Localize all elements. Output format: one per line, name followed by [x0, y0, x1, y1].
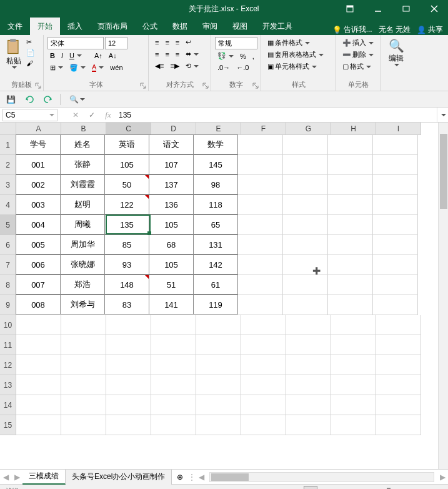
tell-me[interactable]: 💡告诉我... — [332, 24, 372, 35]
cell[interactable] — [376, 355, 421, 375]
tab-insert[interactable]: 插入 — [60, 18, 90, 35]
borders-button[interactable]: ⊞ — [47, 63, 66, 73]
cell[interactable]: 105 — [104, 154, 149, 174]
row-header[interactable]: 8 — [0, 275, 16, 295]
row-header[interactable]: 5 — [0, 215, 16, 235]
cell[interactable] — [196, 395, 241, 415]
cell[interactable]: 郑浩 — [60, 275, 105, 295]
cell[interactable] — [151, 415, 196, 435]
row-header[interactable]: 11 — [0, 335, 16, 355]
cell[interactable] — [286, 355, 331, 375]
cell[interactable] — [151, 335, 196, 355]
column-header[interactable]: I — [376, 123, 421, 135]
row-header[interactable]: 12 — [0, 355, 16, 375]
align-expand-icon[interactable] — [202, 82, 209, 89]
fill-color-button[interactable]: 🪣 — [67, 63, 88, 73]
cell[interactable] — [283, 255, 328, 275]
ribbon-options-button[interactable] — [336, 0, 364, 18]
merge-button[interactable]: ⬌ — [183, 49, 201, 59]
comma-button[interactable]: , — [250, 51, 257, 61]
cell[interactable]: 145 — [193, 154, 238, 174]
cell[interactable] — [283, 155, 328, 175]
cell[interactable] — [151, 395, 196, 415]
cell[interactable]: 135 — [104, 214, 149, 234]
cell[interactable] — [286, 395, 331, 415]
tab-review[interactable]: 审阅 — [195, 18, 225, 35]
cell[interactable] — [373, 295, 418, 315]
cell[interactable]: 93 — [104, 255, 149, 275]
cell[interactable] — [283, 295, 328, 315]
sheet-tab-other[interactable]: 头条号Excel办公小动画制作 — [66, 470, 172, 485]
column-header[interactable]: H — [331, 123, 376, 135]
increase-indent-button[interactable]: ≡▶ — [167, 61, 181, 71]
cell[interactable] — [151, 375, 196, 395]
copy-button[interactable]: 📄 — [24, 48, 37, 58]
cell[interactable] — [283, 235, 328, 255]
italic-button[interactable]: I — [59, 51, 66, 61]
cell[interactable] — [283, 195, 328, 215]
bold-button[interactable]: B — [47, 51, 57, 61]
cell[interactable]: 002 — [16, 174, 61, 194]
cancel-formula-button[interactable]: ✕ — [67, 108, 84, 122]
wrap-text-button[interactable]: ↩ — [183, 37, 194, 48]
cell[interactable] — [331, 335, 376, 355]
cell[interactable] — [331, 395, 376, 415]
cell[interactable] — [328, 175, 373, 195]
normal-view-button[interactable]: ▦ — [304, 486, 317, 490]
cell[interactable] — [376, 375, 421, 395]
row-header[interactable]: 10 — [0, 315, 16, 335]
tab-layout[interactable]: 页面布局 — [90, 18, 135, 35]
cell[interactable] — [328, 255, 373, 275]
redo-button[interactable] — [41, 93, 55, 106]
cell[interactable] — [151, 355, 196, 375]
cell[interactable]: 姓名 — [60, 134, 105, 154]
cell[interactable] — [376, 395, 421, 415]
formula-input[interactable] — [116, 108, 437, 122]
decrease-decimal-button[interactable]: ←.0 — [234, 63, 251, 73]
cell[interactable] — [196, 355, 241, 375]
sheet-nav-next[interactable]: ▶ — [11, 470, 22, 484]
cell[interactable]: 136 — [149, 194, 194, 214]
cell[interactable] — [241, 315, 286, 335]
tab-developer[interactable]: 开发工具 — [255, 18, 300, 35]
cell[interactable] — [16, 355, 61, 375]
cell[interactable] — [196, 375, 241, 395]
number-format-select[interactable] — [215, 37, 257, 49]
cell[interactable] — [376, 335, 421, 355]
cell[interactable] — [241, 395, 286, 415]
cell[interactable]: 118 — [193, 194, 238, 214]
format-as-table-button[interactable]: ▤套用表格格式 — [265, 49, 332, 61]
cell[interactable] — [151, 315, 196, 335]
add-sheet-button[interactable]: ⊕ — [172, 473, 188, 481]
font-expand-icon[interactable] — [139, 82, 147, 89]
row-header[interactable]: 13 — [0, 375, 16, 395]
cell[interactable] — [328, 195, 373, 215]
cell[interactable] — [286, 335, 331, 355]
cell[interactable]: 006 — [16, 255, 61, 275]
cell[interactable]: 学号 — [16, 134, 61, 154]
cell[interactable] — [106, 395, 151, 415]
row-header[interactable]: 4 — [0, 195, 16, 215]
cell[interactable] — [373, 255, 418, 275]
cell[interactable] — [61, 315, 106, 335]
cell[interactable]: 50 — [104, 174, 149, 194]
cell[interactable] — [61, 335, 106, 355]
cell[interactable] — [238, 155, 283, 175]
cell[interactable]: 赵明 — [60, 194, 105, 214]
cell[interactable] — [16, 375, 61, 395]
cell[interactable]: 语文 — [149, 134, 194, 154]
cell[interactable] — [238, 135, 283, 155]
delete-cells-button[interactable]: ➖删除 — [340, 49, 377, 61]
expand-formula-bar-button[interactable] — [437, 108, 448, 122]
clipboard-expand-icon[interactable] — [34, 82, 42, 89]
cell[interactable]: 008 — [16, 295, 61, 315]
column-header[interactable]: G — [286, 123, 331, 135]
sheet-nav-prev[interactable]: ◀ — [0, 470, 11, 484]
column-header[interactable]: C — [106, 123, 151, 135]
cell[interactable] — [328, 275, 373, 295]
cell[interactable] — [238, 255, 283, 275]
column-header[interactable]: A — [16, 123, 61, 135]
cell[interactable] — [283, 275, 328, 295]
cell[interactable] — [376, 415, 421, 435]
cell[interactable]: 148 — [104, 275, 149, 295]
